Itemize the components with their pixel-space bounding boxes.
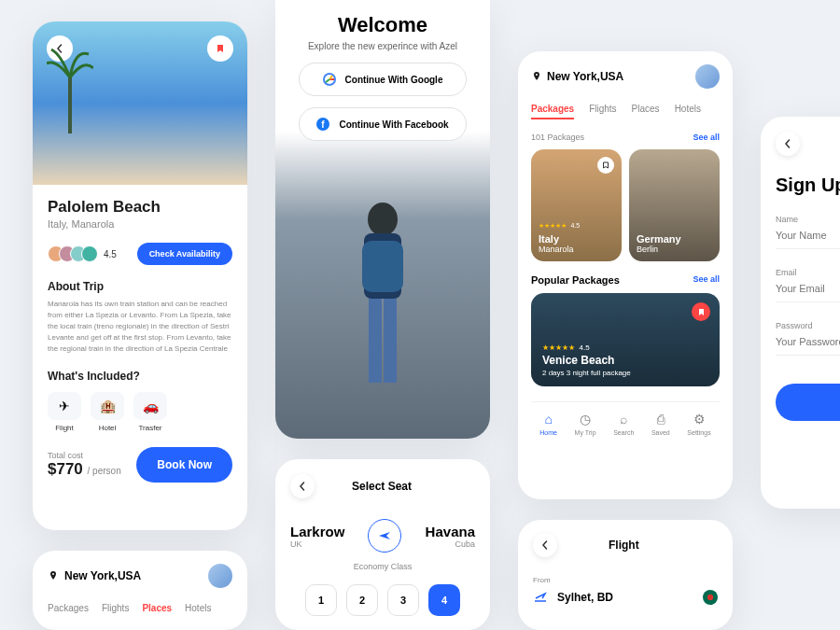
departure-icon [533,590,548,605]
palm-tree-icon [47,40,93,133]
seat-2[interactable]: 2 [346,584,378,616]
svg-rect-7 [369,299,382,383]
hiker-illustration [317,177,448,439]
tab-places[interactable]: Places [142,603,172,613]
bookmark-icon [216,44,225,53]
email-input[interactable] [776,283,840,302]
nav-home[interactable]: ⌂Home [539,412,557,436]
tab-packages[interactable]: Packages [531,104,574,119]
package-card-germany[interactable]: Germany Berlin [629,149,720,261]
included-heading: What's Included? [48,370,232,383]
signup-title: Sign Up [776,175,840,196]
google-icon [323,73,336,86]
stars-icon: ★★★★★ [539,222,567,229]
location-header-screen: New York,USA Packages Flights Places Hot… [33,551,247,630]
package-card-italy[interactable]: ★★★★★ 4.5 Italy Manarola [531,149,622,261]
password-label: Password [776,321,840,330]
country-flag-icon [703,590,718,605]
popular-heading: Popular Packages [531,274,620,286]
car-icon: 🚗 [143,399,159,413]
package-count: 101 Packages [531,133,584,142]
book-now-button[interactable]: Book Now [136,447,232,483]
tab-places[interactable]: Places [632,104,660,119]
bottom-nav: ⌂Home ◷My Trip ⌕Search ⎙Saved ⚙Settings [531,401,720,445]
seat-4[interactable]: 4 [428,584,460,616]
seat-3[interactable]: 3 [387,584,419,616]
nav-saved[interactable]: ⎙Saved [651,412,670,436]
facebook-login-button[interactable]: f Continue With Facebook [299,107,467,141]
included-transfer: 🚗 Trasfer [133,392,167,432]
trip-detail-screen: Palolem Beach Italy, Manarola 4.5 Check … [33,21,247,530]
seat-class: Economy Class [290,562,475,571]
see-all-link[interactable]: See all [693,133,720,142]
tab-hotels[interactable]: Hotels [185,603,211,613]
see-all-link[interactable]: See all [693,274,720,286]
origin: Larkrow UK [290,524,344,549]
about-heading: About Trip [48,280,232,293]
bookmark-button[interactable] [597,157,614,174]
email-label: Email [776,268,840,277]
plane-icon: ✈ [59,399,70,413]
name-label: Name [776,215,840,224]
flight-screen: Flight From Sylhet, BD [518,520,733,630]
included-flight: ✈ Flight [48,392,81,432]
cost-block: Total cost $770 / person [48,451,121,479]
svg-point-0 [52,573,54,575]
current-location[interactable]: New York,USA [531,70,623,83]
bookmark-button[interactable] [207,35,233,62]
pin-icon [48,570,59,581]
from-label: From [533,576,718,584]
welcome-title: Welcome [275,13,490,37]
pin-icon [531,71,542,82]
google-login-button[interactable]: Continue With Google [299,63,467,96]
compass-icon: ◷ [580,412,591,427]
screen-title: Flight [609,539,639,552]
tab-flights[interactable]: Flights [589,104,616,119]
route-icon [368,519,401,553]
nav-search[interactable]: ⌕Search [613,412,634,436]
bookmark-icon [602,161,609,169]
tab-flights[interactable]: Flights [102,603,129,613]
check-availability-button[interactable]: Check Availability [137,243,232,265]
tab-hotels[interactable]: Hotels [675,104,701,119]
seat-1[interactable]: 1 [305,584,337,616]
screen-title: Select Seat [352,480,412,493]
bookmark-button[interactable] [692,302,710,321]
bookmark-icon: ⎙ [657,412,665,427]
bookmark-icon [697,308,706,316]
back-button[interactable] [533,533,557,557]
nav-settings[interactable]: ⚙Settings [687,412,710,436]
nav-mytrip[interactable]: ◷My Trip [575,412,596,436]
trip-location: Italy, Manarola [48,218,232,230]
back-button[interactable] [776,132,800,156]
rating-value: 4.5 [104,249,117,259]
user-avatar[interactable] [208,564,232,588]
avatar [81,245,98,262]
user-avatar[interactable] [695,64,720,89]
facebook-icon: f [316,118,329,131]
chevron-left-icon [540,540,550,550]
svg-point-4 [368,203,398,236]
back-button[interactable] [290,474,315,498]
welcome-subtitle: Explore the new experince with Azel [275,41,490,51]
already-have-account-link[interactable]: Already have [776,436,840,445]
home-icon: ⌂ [544,412,552,427]
current-location[interactable]: New York,USA [48,569,141,582]
signup-screen: Sign Up Name Email Password Create Alrea… [761,117,840,509]
popular-card-venice[interactable]: ★★★★★ 4.5 Venice Beach 2 days 3 night fu… [531,293,720,386]
svg-rect-6 [362,241,403,292]
from-city[interactable]: Sylhet, BD [533,590,613,605]
cost-value: $770 [48,460,83,478]
password-input[interactable] [776,336,840,356]
create-account-button[interactable]: Create [776,384,840,421]
gear-icon: ⚙ [693,412,706,427]
svg-rect-8 [384,299,397,383]
chevron-left-icon [783,139,792,148]
chevron-left-icon [298,482,307,491]
tab-packages[interactable]: Packages [48,603,89,613]
building-icon: 🏨 [100,399,116,413]
stars-icon: ★★★★★ [542,343,575,352]
name-input[interactable] [776,230,840,249]
welcome-screen: Welcome Explore the new experince with A… [275,0,490,439]
hero-image [33,21,247,185]
